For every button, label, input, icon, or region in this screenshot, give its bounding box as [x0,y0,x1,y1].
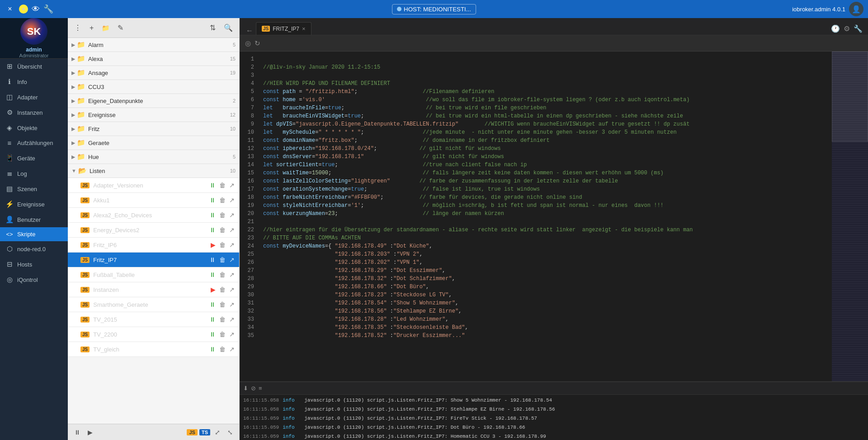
sidebar-item-log[interactable]: ≣ Log [0,166,68,181]
delete-script-button[interactable]: 🗑 [218,270,226,279]
delete-script-button[interactable]: 🗑 [218,330,226,339]
sidebar-item-skripte[interactable]: <> Skripte [0,227,68,241]
sidebar-item-node-red[interactable]: ⬡ node-red.0 [0,241,68,257]
delete-script-button[interactable]: 🗑 [218,181,226,190]
sidebar-item-objekte[interactable]: ◈ Objekte [0,120,68,136]
script-akku1[interactable]: JS Akku1 ⏸ 🗑 ↗ [68,193,239,208]
log-clear-icon[interactable]: ⊘ [251,385,256,392]
folder-eigene[interactable]: ▶ 📁 Eigene_Datenpunkte 2 [68,94,239,108]
delete-script-button[interactable]: 🗑 [218,255,226,264]
open-script-button[interactable]: ↗ [228,330,236,339]
delete-script-button[interactable]: 🗑 [218,315,226,324]
folder-geraete[interactable]: ▶ 📁 Geraete [68,136,239,150]
tab-close-button[interactable]: × [302,25,306,32]
open-script-button[interactable]: ↗ [228,270,236,279]
settings-icon[interactable]: ⚙ [842,23,852,35]
script-tv2200[interactable]: JS TV_2200 ⏸ 🗑 ↗ [68,327,239,342]
open-script-button[interactable]: ↗ [228,181,236,190]
folder-listen[interactable]: ▼ 📂 Listen 10 [68,164,239,178]
pause-script-button[interactable]: ⏸ [208,196,217,205]
sidebar-item-ereignisse[interactable]: ⚡ Ereignisse [0,197,68,212]
sidebar-item-iqontrol[interactable]: ◎ iQontrol [0,272,68,287]
sidebar-item-instanzen[interactable]: ⚙ Instanzen [0,105,68,120]
pause-script-button[interactable]: ⏸ [208,315,217,324]
sidebar-item-benutzer[interactable]: 👤 Benutzer [0,212,68,227]
refresh-icon[interactable]: ↻ [255,39,260,47]
folder-alarm[interactable]: ▶ 📁 Alarm 5 [68,38,239,52]
delete-script-button[interactable]: 🗑 [218,196,226,205]
pause-script-button[interactable]: ⏸ [208,345,217,354]
script-energy[interactable]: JS Energy_Devices2 ⏸ 🗑 ↗ [68,223,239,238]
play-script-button[interactable]: ▶ [210,240,217,249]
sidebar-item-aufzaehlungen[interactable]: ≡ Aufzählungen [0,136,68,150]
folder-alexa[interactable]: ▶ 📁 Alexa 15 [68,52,239,66]
add-folder-button[interactable]: 📁 [99,23,112,33]
pause-script-button[interactable]: ⏸ [208,211,217,220]
folder-ereignisse[interactable]: ▶ 📁 Ereignisse 12 [68,108,239,122]
ts-filter-button[interactable]: TS [199,429,210,435]
script-tv2015[interactable]: JS TV_2015 ⏸ 🗑 ↗ [68,312,239,327]
host-button[interactable]: HOST: MEDIONITESTI... [392,4,476,14]
script-alexa-echo[interactable]: JS Alexa2_Echo_Devices ⏸ 🗑 ↗ [68,208,239,223]
sidebar-item-szenen[interactable]: ▤ Szenen [0,181,68,197]
pause-script-button[interactable]: ⏸ [208,270,217,279]
script-fritz-ip7[interactable]: JS Fritz_IP7 ⏸ 🗑 ↗ [68,253,239,267]
open-script-button[interactable]: ↗ [228,300,236,309]
log-download-icon[interactable]: ⬇ [243,385,248,392]
search-button[interactable]: 🔍 [221,22,236,34]
close-button[interactable]: × [5,4,15,14]
open-script-button[interactable]: ↗ [228,225,236,234]
open-script-button[interactable]: ↗ [228,211,236,220]
sort-button[interactable]: ⇅ [207,22,218,34]
folder-fritz[interactable]: ▶ 📁 Fritz 10 [68,122,239,136]
log-filter-icon[interactable]: ≡ [259,385,262,392]
delete-script-button[interactable]: 🗑 [218,225,226,234]
pause-script-button[interactable]: ⏸ [208,330,217,339]
tools-icon[interactable]: 🔧 [43,4,53,14]
open-script-button[interactable]: ↗ [228,255,236,264]
open-script-button[interactable]: ↗ [228,315,236,324]
folder-ansage[interactable]: ▶ 📁 Ansage 19 [68,66,239,80]
sidebar-item-uebersicht[interactable]: ⊞ Übersicht [0,59,68,74]
script-fritz-ip6[interactable]: JS Fritz_IP6 ▶ 🗑 ↗ [68,238,239,253]
pause-script-button[interactable]: ⏸ [208,255,217,264]
script-instanzen[interactable]: JS Instanzen ▶ 🗑 ↗ [68,282,239,297]
sidebar-item-hosts[interactable]: ⊟ Hosts [0,257,68,272]
minimap-viewport[interactable] [832,51,868,142]
play-all-button[interactable]: ▶ [85,427,95,437]
clock-icon[interactable]: 🕐 [829,23,842,35]
back-button[interactable]: ← [243,27,256,35]
target-icon[interactable]: ◎ [245,39,251,47]
editor-tab-fritz-ip7[interactable]: JS FRITZ_IP7 × [256,22,311,35]
script-fussball[interactable]: JS Fußball_Tabelle ⏸ 🗑 ↗ [68,267,239,282]
code-content[interactable]: //@liv-in-sky Januar 2020 11.2-15:15 //H… [258,51,832,381]
edit-button[interactable]: ✎ [115,22,126,34]
collapse-button[interactable]: ⤡ [225,427,236,437]
eye-icon[interactable]: 👁 [32,5,40,14]
play-script-button[interactable]: ▶ [210,285,217,294]
sidebar-item-geraete[interactable]: 📱 Geräte [0,150,68,166]
pause-script-button[interactable]: ⏸ [208,181,217,190]
script-tvgleich[interactable]: JS TV_gleich ⏸ 🗑 ↗ [68,342,239,357]
delete-script-button[interactable]: 🗑 [218,240,226,249]
delete-script-button[interactable]: 🗑 [218,300,226,309]
folder-ccu3[interactable]: ▶ 📁 CCU3 🗑 [68,80,239,94]
script-smarthome[interactable]: JS Smarthome_Geraete ⏸ 🗑 ↗ [68,297,239,312]
pause-script-button[interactable]: ⏸ [208,300,217,309]
js-filter-button[interactable]: JS [187,429,197,435]
sidebar-item-adapter[interactable]: ◫ Adapter [0,89,68,105]
open-script-button[interactable]: ↗ [228,285,236,294]
delete-script-button[interactable]: 🗑 [218,285,226,294]
folder-hue[interactable]: ▶ 📁 Hue 5 [68,150,239,164]
open-script-button[interactable]: ↗ [228,240,236,249]
open-script-button[interactable]: ↗ [228,196,236,205]
delete-script-button[interactable]: 🗑 [218,211,226,220]
user-avatar[interactable]: 👤 [849,2,863,16]
add-script-button[interactable]: + [87,22,96,34]
script-adapter-versionen[interactable]: JS Adapter_Versionen ⏸ 🗑 ↗ [68,178,239,193]
open-script-button[interactable]: ↗ [228,345,236,354]
pause-all-button[interactable]: ⏸ [71,427,83,437]
menu-button[interactable]: ⋮ [71,22,84,34]
expand-button[interactable]: ⤢ [212,427,223,437]
pause-script-button[interactable]: ⏸ [208,225,217,234]
